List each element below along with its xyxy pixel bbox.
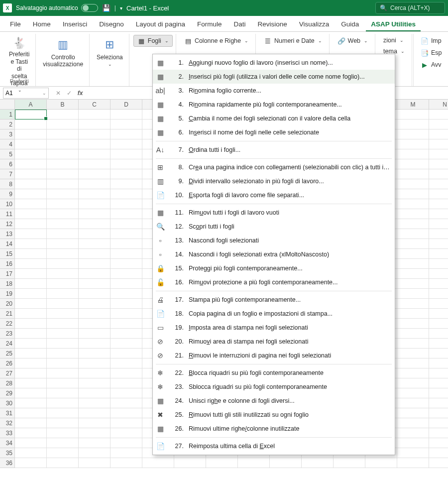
cell[interactable] bbox=[429, 259, 448, 269]
cell[interactable] bbox=[397, 458, 429, 468]
cell[interactable] bbox=[111, 448, 142, 458]
cell[interactable] bbox=[429, 209, 448, 219]
cell[interactable] bbox=[47, 269, 79, 279]
cell[interactable] bbox=[397, 139, 429, 149]
menu-item[interactable]: ▦5.Cambia il nome dei fogli selezionati … bbox=[153, 112, 395, 125]
menu-item[interactable]: 📄27.Reimposta ultima cella di Excel bbox=[153, 439, 395, 453]
cell[interactable] bbox=[15, 199, 47, 209]
col-header[interactable]: B bbox=[47, 100, 79, 110]
cell[interactable] bbox=[111, 388, 142, 398]
cell[interactable] bbox=[47, 279, 79, 289]
cell[interactable] bbox=[397, 388, 429, 398]
cell[interactable] bbox=[429, 458, 448, 468]
cell[interactable] bbox=[429, 249, 448, 259]
cell[interactable] bbox=[397, 179, 429, 189]
row-header[interactable]: 3 bbox=[0, 129, 15, 139]
cell[interactable] bbox=[15, 139, 47, 149]
cell[interactable] bbox=[111, 189, 142, 199]
cell[interactable] bbox=[429, 149, 448, 159]
cell[interactable] bbox=[429, 219, 448, 229]
menu-item[interactable]: ab|3.Rinomina foglio corrente... bbox=[153, 84, 395, 98]
cell[interactable] bbox=[397, 189, 429, 199]
cell[interactable] bbox=[79, 179, 111, 189]
cell[interactable] bbox=[334, 458, 365, 468]
cell[interactable] bbox=[47, 239, 79, 249]
chevron-down-icon[interactable]: ⌄ bbox=[42, 91, 46, 96]
cell[interactable] bbox=[270, 458, 302, 468]
cell[interactable] bbox=[79, 349, 111, 358]
cell[interactable] bbox=[15, 239, 47, 249]
fogli-button[interactable]: ▦ Fogli ⌄ bbox=[133, 35, 173, 47]
tab-guida[interactable]: Guida bbox=[336, 17, 364, 31]
cell[interactable] bbox=[397, 229, 429, 239]
cell[interactable] bbox=[429, 448, 448, 458]
cell[interactable] bbox=[429, 119, 448, 129]
cell[interactable] bbox=[111, 398, 142, 408]
cell[interactable] bbox=[429, 129, 448, 139]
cell[interactable] bbox=[79, 149, 111, 159]
preferiti-button[interactable]: 🐇 Preferiti e Tasti di scelta rapida ⌄ bbox=[6, 35, 32, 78]
cell[interactable] bbox=[111, 349, 142, 358]
cell[interactable] bbox=[47, 378, 79, 388]
cell[interactable] bbox=[397, 339, 429, 349]
menu-item[interactable]: 🖨17.Stampa più fogli contemporaneamente.… bbox=[153, 293, 395, 307]
cell[interactable] bbox=[429, 329, 448, 339]
row-header[interactable]: 18 bbox=[0, 279, 15, 289]
name-box[interactable]: A1 ⌄ bbox=[3, 88, 49, 99]
tab-home[interactable]: Home bbox=[28, 17, 56, 31]
toggle-off-icon[interactable] bbox=[81, 4, 98, 12]
controllo-visualizzazione-button[interactable]: ▥ Controllo visualizzazione bbox=[40, 35, 86, 71]
cell[interactable] bbox=[429, 398, 448, 408]
cell[interactable] bbox=[15, 438, 47, 448]
cell[interactable] bbox=[79, 378, 111, 388]
row-header[interactable]: 13 bbox=[0, 229, 15, 239]
cell[interactable] bbox=[429, 189, 448, 199]
cell[interactable] bbox=[111, 339, 142, 349]
cell[interactable] bbox=[111, 358, 142, 368]
cell[interactable] bbox=[397, 319, 429, 329]
cell[interactable] bbox=[79, 169, 111, 179]
cell[interactable] bbox=[429, 239, 448, 249]
cell[interactable] bbox=[15, 229, 47, 239]
avv-button[interactable]: ▶ Avv bbox=[417, 59, 446, 71]
cell[interactable] bbox=[397, 199, 429, 209]
cell[interactable] bbox=[79, 388, 111, 398]
cell[interactable] bbox=[47, 339, 79, 349]
qat-dropdown-icon[interactable]: ▾ bbox=[120, 5, 122, 11]
menu-item[interactable]: ▦6.Inserisci il nome dei fogli nelle cel… bbox=[153, 125, 395, 139]
cell[interactable] bbox=[47, 179, 79, 189]
cell[interactable] bbox=[429, 358, 448, 368]
menu-item[interactable]: 🔍12.Scopri tutti i fogli bbox=[153, 220, 395, 234]
cell[interactable] bbox=[174, 458, 206, 468]
esp-button[interactable]: 📑 Esp bbox=[417, 47, 446, 59]
col-header[interactable]: N bbox=[429, 100, 448, 110]
cell[interactable] bbox=[15, 129, 47, 139]
cell[interactable] bbox=[111, 368, 142, 378]
cell[interactable] bbox=[429, 299, 448, 309]
row-header[interactable]: 15 bbox=[0, 249, 15, 259]
cell[interactable] bbox=[15, 179, 47, 189]
cell[interactable] bbox=[15, 458, 47, 468]
cell[interactable] bbox=[15, 368, 47, 378]
cell[interactable] bbox=[111, 428, 142, 438]
cell[interactable] bbox=[15, 269, 47, 279]
cell[interactable] bbox=[47, 319, 79, 329]
cell[interactable] bbox=[47, 169, 79, 179]
cell[interactable] bbox=[47, 149, 79, 159]
row-header[interactable]: 7 bbox=[0, 169, 15, 179]
cell[interactable] bbox=[397, 438, 429, 448]
cell[interactable] bbox=[111, 378, 142, 388]
cell[interactable] bbox=[429, 309, 448, 319]
cell[interactable] bbox=[111, 269, 142, 279]
cell[interactable] bbox=[397, 309, 429, 319]
cell[interactable] bbox=[15, 329, 47, 339]
cell[interactable] bbox=[397, 129, 429, 139]
menu-item[interactable]: ▫13.Nascondi fogli selezionati bbox=[153, 234, 395, 247]
cell[interactable] bbox=[15, 378, 47, 388]
cell[interactable] bbox=[79, 269, 111, 279]
cell[interactable] bbox=[47, 448, 79, 458]
cell[interactable] bbox=[79, 110, 111, 119]
cell[interactable] bbox=[79, 368, 111, 378]
cell[interactable] bbox=[111, 199, 142, 209]
cell[interactable] bbox=[15, 169, 47, 179]
